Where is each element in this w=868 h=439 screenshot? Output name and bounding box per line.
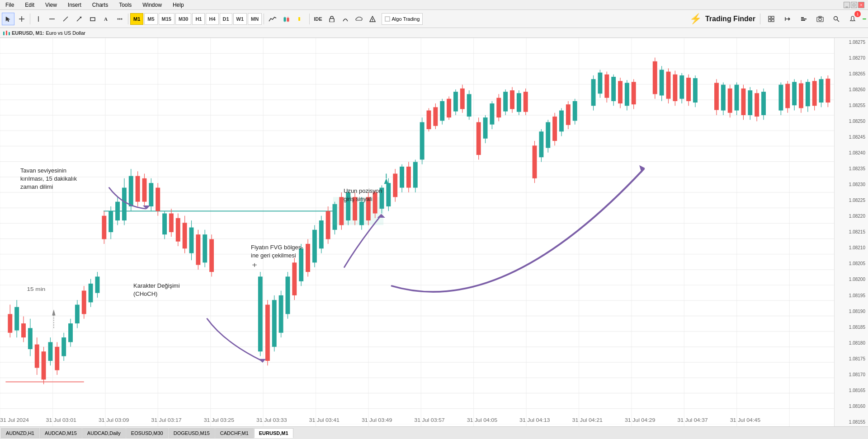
svg-rect-267 [673, 75, 677, 101]
svg-rect-135 [169, 214, 174, 232]
svg-rect-223 [496, 98, 501, 118]
algo-checkbox[interactable] [385, 16, 390, 22]
menu-tools[interactable]: Tools [117, 1, 133, 9]
trend-line-tool[interactable] [59, 13, 72, 25]
cloud-btn[interactable] [353, 13, 365, 25]
bar-chart-btn[interactable] [295, 13, 307, 25]
menu-view[interactable]: View [43, 1, 59, 9]
svg-rect-261 [653, 61, 657, 94]
more-tools[interactable] [113, 13, 126, 25]
price-4: 1.08260 [835, 87, 867, 92]
ide-btn[interactable]: IDE [311, 13, 324, 25]
screenshot-btn[interactable] [814, 13, 826, 25]
svg-rect-183 [366, 197, 371, 220]
tab-eurusd[interactable]: EURUSD,M1 [254, 428, 293, 438]
svg-rect-160 [292, 262, 297, 295]
arrow-tool[interactable] [73, 13, 85, 25]
svg-rect-199 [413, 162, 418, 188]
svg-text:31 Jul 04:29: 31 Jul 04:29 [625, 418, 655, 423]
maximize-button[interactable]: □ [851, 2, 857, 8]
close-button[interactable]: × [858, 2, 864, 8]
tf-h4[interactable]: H4 [206, 13, 218, 25]
next-btn[interactable] [781, 13, 794, 25]
svg-rect-253 [611, 77, 616, 101]
tab-eosusd[interactable]: EOSUSD,M30 [126, 428, 168, 438]
chart-area: + [0, 38, 868, 426]
tab-cadchf[interactable]: CADCHF,M1 [215, 428, 254, 438]
svg-rect-154 [272, 300, 277, 347]
tab-audnzd[interactable]: AUDNZD,H1 [1, 428, 39, 438]
menu-help[interactable]: Help [171, 1, 186, 9]
search-btn[interactable] [830, 13, 843, 25]
chart-main[interactable]: + [0, 38, 834, 426]
svg-rect-255 [618, 81, 623, 103]
svg-rect-179 [353, 197, 357, 220]
svg-rect-213 [460, 89, 465, 109]
minimize-button[interactable]: _ [844, 2, 850, 8]
svg-rect-235 [539, 131, 543, 157]
tf-h1[interactable]: H1 [192, 13, 205, 25]
svg-text:A: A [104, 16, 108, 22]
algo-trading-container[interactable]: Algo Trading [382, 13, 423, 25]
price-2: 1.08270 [835, 56, 867, 61]
shapes-tool[interactable] [86, 13, 99, 25]
menu-bar: File Edit View Insert Charts Tools Windo… [0, 0, 868, 10]
svg-rect-156 [279, 295, 283, 333]
tf-d1[interactable]: D1 [220, 13, 232, 25]
menu-charts[interactable]: Charts [90, 1, 110, 9]
svg-rect-39 [6, 31, 7, 35]
logo-icon: ⚡ [689, 13, 702, 25]
svg-rect-141 [189, 228, 194, 253]
tab-audcad-m15[interactable]: AUDCAD,M15 [40, 428, 82, 438]
candle-chart-btn[interactable] [280, 13, 294, 25]
svg-rect-265 [666, 72, 671, 99]
notification-wrapper[interactable]: 1 [846, 13, 859, 25]
cursor-tool[interactable] [2, 13, 14, 25]
algo-trading-btn[interactable]: Algo Trading [392, 13, 420, 25]
svg-rect-100 [61, 337, 66, 356]
tf-m1[interactable]: M1 [130, 13, 143, 25]
lock-btn[interactable] [326, 13, 338, 25]
alert-btn[interactable] [366, 13, 379, 25]
bar-nav-btn[interactable] [797, 13, 810, 25]
svg-text:31 Jul 03:09: 31 Jul 03:09 [99, 418, 129, 423]
svg-text:31 Jul 03:01: 31 Jul 03:01 [46, 418, 76, 423]
svg-rect-98 [55, 347, 59, 370]
price-9: 1.08235 [835, 166, 867, 171]
menu-file[interactable]: File [4, 1, 16, 9]
price-3: 1.08265 [835, 71, 867, 76]
svg-rect-18 [298, 17, 300, 21]
tab-dogeusd[interactable]: DOGEUSD,M15 [169, 428, 215, 438]
tf-m5[interactable]: M5 [144, 13, 157, 25]
text-tool[interactable]: A [100, 13, 113, 25]
tf-mn[interactable]: MN [248, 13, 262, 25]
chart-icon [3, 30, 10, 36]
price-10: 1.08230 [835, 182, 867, 187]
chart-description: Euro vs US Dollar [46, 30, 85, 36]
svg-rect-158 [286, 276, 290, 314]
horizontal-line-tool[interactable] [46, 13, 58, 25]
svg-rect-42 [0, 38, 834, 426]
svg-rect-275 [714, 83, 719, 110]
price-14: 1.08210 [835, 245, 867, 250]
price-21: 1.08175 [835, 356, 867, 361]
svg-rect-271 [686, 78, 691, 101]
sep-logo [760, 14, 760, 24]
svg-rect-137 [176, 218, 180, 242]
signal-btn[interactable] [339, 13, 352, 25]
svg-rect-279 [728, 89, 732, 113]
chart-canvas: + [0, 38, 834, 426]
vertical-line-tool[interactable] [32, 13, 45, 25]
menu-window[interactable]: Window [141, 1, 164, 9]
tab-audcad-daily[interactable]: AUDCAD,Daily [82, 428, 126, 438]
grid-view-btn[interactable] [765, 13, 778, 25]
crosshair-tool[interactable] [15, 13, 28, 25]
tf-m15[interactable]: M15 [159, 13, 175, 25]
tf-w1[interactable]: W1 [233, 13, 247, 25]
menu-edit[interactable]: Edit [23, 1, 36, 9]
svg-point-11 [121, 18, 123, 19]
svg-rect-193 [393, 173, 397, 197]
line-chart-btn[interactable] [266, 13, 279, 25]
tf-m30[interactable]: M30 [175, 13, 191, 25]
menu-insert[interactable]: Insert [66, 1, 83, 9]
